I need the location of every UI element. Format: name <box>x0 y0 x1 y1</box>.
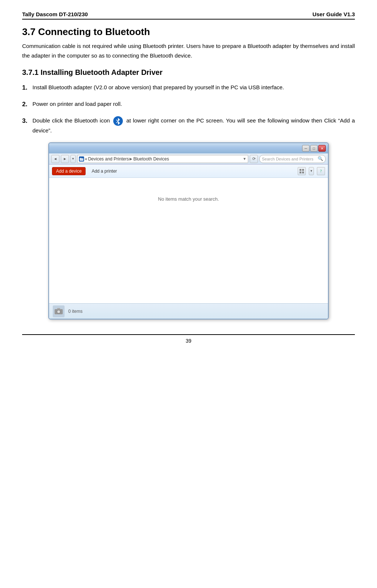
status-device-icon <box>53 305 65 317</box>
help-button[interactable]: ? <box>317 167 325 175</box>
forward-arrow-icon: ► <box>63 157 67 161</box>
svg-rect-8 <box>302 169 304 171</box>
page-number: 39 <box>186 338 191 344</box>
window-toolbar: ◄ ► ▼ « Devices and Printers ▶ Bluetooth… <box>49 153 328 165</box>
step-2-content: Power on printer and load paper roll. <box>32 99 355 109</box>
bluetooth-icon <box>113 116 123 126</box>
view-dropdown-button[interactable]: ▼ <box>309 167 314 175</box>
refresh-button[interactable]: ⟳ <box>250 155 258 163</box>
close-button[interactable]: ✕ <box>318 145 326 152</box>
add-device-button[interactable]: Add a device <box>52 167 86 175</box>
step-3-number: 3. <box>22 116 32 127</box>
forward-button[interactable]: ► <box>61 155 69 163</box>
windows-explorer-window: ─ □ ✕ ◄ ► ▼ « Devices and Printers ▶ Blu… <box>48 142 329 319</box>
breadcrumb-arrow-1: ▶ <box>129 157 132 161</box>
svg-rect-14 <box>57 308 60 309</box>
breadcrumb-bluetooth-devices: Bluetooth Devices <box>133 156 169 162</box>
search-box[interactable]: Search Devices and Printers 🔍 <box>259 155 326 163</box>
window-content: No items match your search. <box>49 178 328 303</box>
step-1-content: Install Bluetooth adapter (V2.0 or above… <box>32 83 355 92</box>
back-button[interactable]: ◄ <box>51 155 59 163</box>
view-options-button[interactable] <box>298 167 306 175</box>
step-2: 2. Power on printer and load paper roll. <box>22 99 355 110</box>
svg-point-13 <box>58 311 60 313</box>
history-dropdown-button[interactable]: ▼ <box>70 155 76 163</box>
svg-rect-6 <box>80 158 82 159</box>
window-ribbon: Add a device Add a printer ▼ ? <box>49 165 328 178</box>
view-list-icon <box>299 169 304 174</box>
subsection-title: 3.7.1 Installing Bluetooth Adapter Drive… <box>22 68 355 77</box>
section-title: 3.7 Connecting to Bluetooth <box>22 26 355 38</box>
page-footer: 39 <box>22 334 355 344</box>
dropdown-arrow: ▼ <box>243 157 246 161</box>
svg-rect-7 <box>300 169 301 171</box>
folder-icon <box>79 156 84 162</box>
breadcrumb-devices-printers: Devices and Printers <box>88 156 129 162</box>
minimize-button[interactable]: ─ <box>302 145 309 152</box>
window-titlebar: ─ □ ✕ <box>49 143 328 153</box>
window-statusbar: 0 items <box>49 303 328 319</box>
header-left-title: Tally Dascom DT-210/230 <box>22 11 88 17</box>
no-items-message: No items match your search. <box>158 196 219 202</box>
step-2-number: 2. <box>22 99 32 110</box>
step-1-number: 1. <box>22 83 32 93</box>
header-right-title: User Guide V1.3 <box>312 11 355 17</box>
step-3: 3. Double click the Bluetooth icon at lo… <box>22 116 355 135</box>
address-bar[interactable]: « Devices and Printers ▶ Bluetooth Devic… <box>77 155 248 163</box>
page-header: Tally Dascom DT-210/230 User Guide V1.3 <box>22 11 355 20</box>
search-placeholder: Search Devices and Printers <box>262 157 316 161</box>
intro-paragraph: Communication cable is not required whil… <box>22 41 355 60</box>
add-printer-button[interactable]: Add a printer <box>89 167 120 175</box>
restore-button[interactable]: □ <box>310 145 318 152</box>
steps-list: 1. Install Bluetooth adapter (V2.0 or ab… <box>22 83 355 135</box>
printer-camera-icon <box>53 306 64 317</box>
search-icon: 🔍 <box>318 156 323 162</box>
step-3-text-before: Double click the Bluetooth icon <box>32 117 110 124</box>
step-3-content: Double click the Bluetooth icon at lower… <box>32 116 355 135</box>
breadcrumb-devices: « <box>85 156 87 162</box>
svg-rect-9 <box>300 172 301 173</box>
back-arrow-icon: ◄ <box>53 157 57 161</box>
status-items-count: 0 items <box>68 309 83 314</box>
svg-rect-10 <box>302 172 304 173</box>
step-1: 1. Install Bluetooth adapter (V2.0 or ab… <box>22 83 355 93</box>
